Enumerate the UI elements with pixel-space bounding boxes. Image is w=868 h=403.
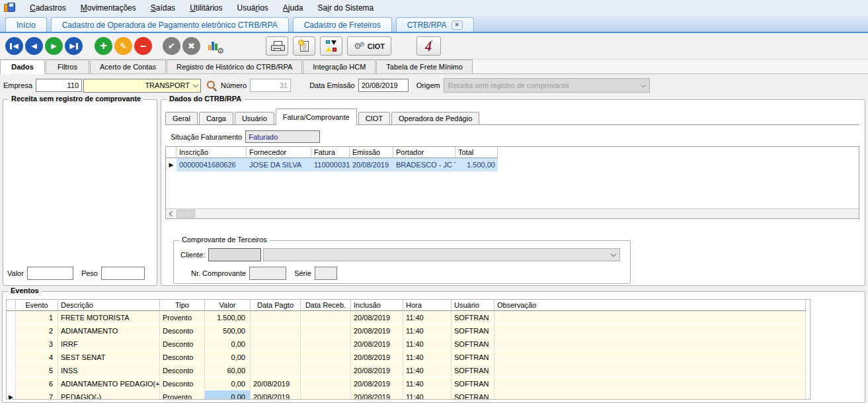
- grid-cell[interactable]: [301, 351, 351, 364]
- grid-cell[interactable]: 00000041680626: [177, 158, 247, 171]
- tab-filtros[interactable]: Filtros: [46, 60, 89, 73]
- grid-cell[interactable]: [301, 364, 351, 377]
- grid-cell[interactable]: [494, 337, 806, 351]
- data-emissao-input[interactable]: [358, 79, 409, 92]
- grid-cell[interactable]: 6: [16, 377, 58, 390]
- menu-item-saidas[interactable]: Saídas: [151, 3, 175, 13]
- grid-cell[interactable]: [494, 311, 806, 324]
- grid-cell[interactable]: [301, 337, 351, 351]
- grid-row[interactable]: ▶7PEDAGIO(-)Provento0,0020/08/201920/08/…: [7, 390, 806, 400]
- grid-cell[interactable]: 20/08/2019: [351, 337, 403, 351]
- grid-cell[interactable]: Provento: [160, 390, 205, 400]
- grid-cell[interactable]: 20/08/2019: [351, 324, 403, 337]
- grid-cell[interactable]: 11:40: [403, 377, 452, 390]
- origem-select[interactable]: Receita sem registro de comprovante: [444, 78, 650, 93]
- tab-dados[interactable]: Dados: [0, 60, 45, 74]
- menu-item-sair-do-sistema[interactable]: Sair do Sistema: [318, 3, 374, 13]
- nav-next-button[interactable]: ▶: [45, 37, 63, 55]
- grid-cell[interactable]: 2: [16, 324, 58, 337]
- grid-cell[interactable]: 60,00: [205, 364, 251, 377]
- chart-settings-button[interactable]: ⚙: [208, 40, 222, 53]
- tab-cadastro-operadora[interactable]: Cadastro de Operadora de Pagamento eletr…: [51, 17, 289, 32]
- tab-fatura-comprovante[interactable]: Fatura/Comprovante: [276, 109, 357, 125]
- nav-first-button[interactable]: ◀: [5, 37, 23, 55]
- tab-operadora-pedagio[interactable]: Operadora de Pedágio: [391, 112, 479, 125]
- confirm-button[interactable]: ✔: [163, 37, 180, 55]
- grid-cell[interactable]: 110000031: [311, 158, 350, 171]
- report-button[interactable]: [293, 36, 315, 56]
- cliente-code-input[interactable]: [208, 248, 261, 261]
- grid-cell[interactable]: 500,00: [205, 324, 251, 337]
- grid-cell[interactable]: 20/08/2019: [251, 390, 301, 400]
- grid-cell[interactable]: 11:40: [403, 311, 452, 324]
- situacao-field[interactable]: Faturado: [245, 130, 320, 143]
- tab-ctrb-rpa[interactable]: CTRB/RPA ✖: [396, 17, 474, 32]
- grid-cell[interactable]: [251, 364, 301, 377]
- grid-cell[interactable]: 11:40: [403, 390, 452, 400]
- nav-last-button[interactable]: ▶: [65, 37, 83, 55]
- grid-cell[interactable]: 7: [16, 390, 58, 400]
- grid-cell[interactable]: Desconto: [160, 377, 205, 390]
- tab-geral[interactable]: Geral: [165, 112, 198, 125]
- grid-cell[interactable]: SOFTRAN: [452, 377, 494, 390]
- grid-cell[interactable]: [7, 377, 16, 390]
- grid-cell[interactable]: [301, 311, 351, 324]
- cancel-button[interactable]: ✖: [182, 37, 200, 55]
- grid-row[interactable]: 1FRETE MOTORISTAProvento1.500,0020/08/20…: [7, 311, 806, 324]
- grid-cell[interactable]: 1.500,00: [455, 158, 498, 171]
- tab-inicio[interactable]: Início: [5, 17, 47, 32]
- grid-cell[interactable]: [7, 364, 16, 377]
- grid-cell[interactable]: SOFTRAN: [452, 311, 494, 324]
- grid-cell[interactable]: 11:40: [403, 337, 452, 351]
- grid-cell[interactable]: [494, 351, 806, 364]
- grid-cell[interactable]: [301, 377, 351, 390]
- grid-cell[interactable]: [7, 351, 16, 364]
- grid-row[interactable]: 4SEST SENATDesconto0,0020/08/201911:40SO…: [7, 351, 806, 364]
- grid-cell[interactable]: 11:40: [403, 324, 452, 337]
- grid-cell[interactable]: PEDAGIO(-): [58, 390, 160, 400]
- grid-cell[interactable]: 20/08/2019: [351, 364, 403, 377]
- menu-item-cadastros[interactable]: Cadastros: [30, 3, 66, 13]
- grid-cell[interactable]: SEST SENAT: [58, 351, 160, 364]
- grid-cell[interactable]: Desconto: [160, 364, 205, 377]
- grid-cell[interactable]: 20/08/2019: [351, 311, 403, 324]
- grid-cell[interactable]: [251, 311, 301, 324]
- grid-cell[interactable]: [494, 364, 806, 377]
- grid-cell[interactable]: [494, 390, 806, 400]
- tab-acerto-de-contas[interactable]: Acerto de Contas: [90, 60, 166, 73]
- grid-row[interactable]: 2ADIANTAMENTODesconto500,0020/08/201911:…: [7, 324, 806, 337]
- scroll-left-button[interactable]: [166, 209, 177, 218]
- grid-cell[interactable]: 20/08/2019: [351, 351, 403, 364]
- grid-cell[interactable]: 11:40: [403, 364, 452, 377]
- empresa-code-input[interactable]: [36, 79, 82, 92]
- grid-cell[interactable]: [301, 390, 351, 400]
- cliente-name-select[interactable]: [263, 248, 620, 261]
- grid-cell[interactable]: 1: [16, 311, 58, 324]
- grid-cell[interactable]: [251, 351, 301, 364]
- grid-cell[interactable]: 5: [16, 364, 58, 377]
- grid-cell[interactable]: ADIANTAMENTO: [58, 324, 160, 337]
- grid-cell[interactable]: SOFTRAN: [452, 351, 494, 364]
- tab-cadastro-freteiros[interactable]: Cadastro de Freteiros: [293, 17, 392, 32]
- ciot-button[interactable]: ⚙⚙ CIOT: [347, 36, 391, 56]
- grid-row[interactable]: 6ADIANTAMENTO PEDAGIO(+)Desconto0,0020/0…: [7, 377, 806, 390]
- grid-cell[interactable]: JOSE DA SILVA: [247, 158, 311, 171]
- grid-cell[interactable]: FRETE MOTORISTA: [58, 311, 160, 324]
- edit-button[interactable]: ✎: [114, 37, 132, 55]
- grid-cell[interactable]: 0,00: [205, 390, 251, 400]
- grid-cell[interactable]: IRRF: [58, 337, 160, 351]
- brand-logo-button[interactable]: 4ˇ: [416, 36, 441, 56]
- menu-item-utilitarios[interactable]: Utilitários: [190, 3, 222, 13]
- grid-cell[interactable]: [251, 337, 301, 351]
- grid-cell[interactable]: INSS: [58, 364, 160, 377]
- grid-cell[interactable]: SOFTRAN: [452, 337, 494, 351]
- empresa-name-combo[interactable]: TRANSPORT: [83, 79, 201, 93]
- menu-item-ajuda[interactable]: Ajuda: [283, 3, 303, 13]
- grid-cell[interactable]: ADIANTAMENTO PEDAGIO(+): [58, 377, 160, 390]
- grid-cell[interactable]: 20/08/2019: [351, 390, 403, 400]
- grid-cell[interactable]: BRADESCO - JC T: [393, 158, 455, 171]
- grid-cell[interactable]: [494, 377, 806, 390]
- grid-cell[interactable]: [494, 324, 806, 337]
- grid-cell[interactable]: 20/08/2019: [351, 377, 403, 390]
- grid-cell[interactable]: 11:40: [403, 351, 452, 364]
